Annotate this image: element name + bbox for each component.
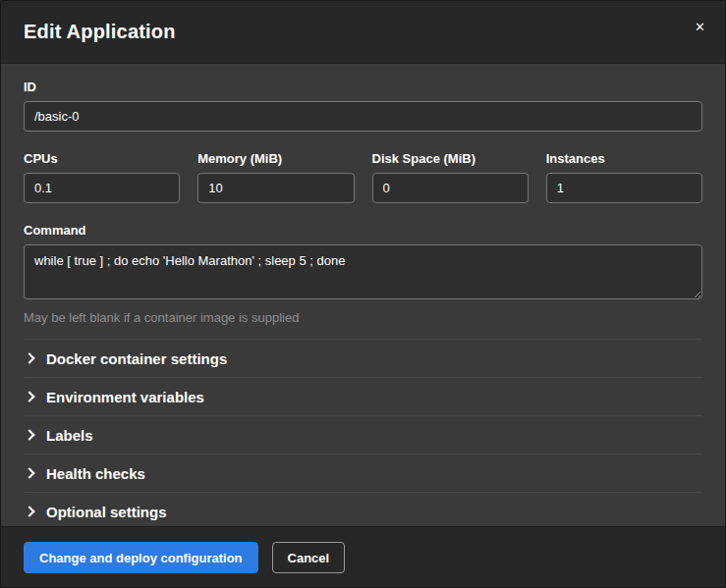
cpus-label: CPUs [24,151,180,166]
section-environment-variables[interactable]: Environment variables [24,377,702,415]
instances-field-group: Instances [546,151,702,203]
disk-input[interactable] [372,173,529,203]
section-label: Environment variables [46,389,204,405]
cpus-field-group: CPUs [24,151,180,203]
close-icon[interactable]: ✕ [691,17,709,37]
disk-field-group: Disk Space (MiB) [372,151,529,203]
command-field-group: Command while [ true ] ; do echo 'Hello … [24,223,702,325]
change-and-deploy-button[interactable]: Change and deploy configuration [24,542,258,573]
instances-input[interactable] [546,173,702,203]
chevron-right-icon [24,467,34,478]
edit-application-form: ID CPUs Memory (MiB) Disk Space (MiB) In… [1,64,725,526]
page-title: Edit Application [24,21,176,43]
modal-header: Edit Application ✕ [1,1,725,64]
section-labels[interactable]: Labels [24,415,702,454]
memory-input[interactable] [197,173,354,203]
edit-application-modal: Edit Application ✕ ID CPUs Memory (MiB) … [0,0,726,588]
memory-field-group: Memory (MiB) [197,151,354,203]
id-input[interactable] [24,101,702,132]
chevron-right-icon [24,429,34,440]
id-field-group: ID [24,80,702,132]
section-health-checks[interactable]: Health checks [24,454,702,492]
chevron-right-icon [24,391,34,401]
instances-label: Instances [546,151,702,166]
command-input[interactable]: while [ true ] ; do echo 'Hello Marathon… [24,244,702,299]
cpus-input[interactable] [24,173,180,203]
section-docker-container-settings[interactable]: Docker container settings [24,339,702,377]
id-label: ID [24,80,702,94]
section-label: Optional settings [46,504,167,520]
section-label: Health checks [46,465,145,482]
command-help-text: May be left blank if a container image i… [24,310,702,325]
section-optional-settings[interactable]: Optional settings [24,492,702,526]
command-label: Command [24,223,702,238]
modal-footer: Change and deploy configuration Cancel [1,526,725,587]
disk-label: Disk Space (MiB) [372,151,529,166]
resources-row: CPUs Memory (MiB) Disk Space (MiB) Insta… [24,151,702,203]
chevron-right-icon [24,352,34,363]
section-label: Docker container settings [46,350,227,367]
collapsible-sections: Docker container settings Environment va… [24,339,702,526]
memory-label: Memory (MiB) [197,151,354,166]
chevron-right-icon [24,506,34,516]
cancel-button[interactable]: Cancel [272,542,346,573]
section-label: Labels [46,427,93,444]
